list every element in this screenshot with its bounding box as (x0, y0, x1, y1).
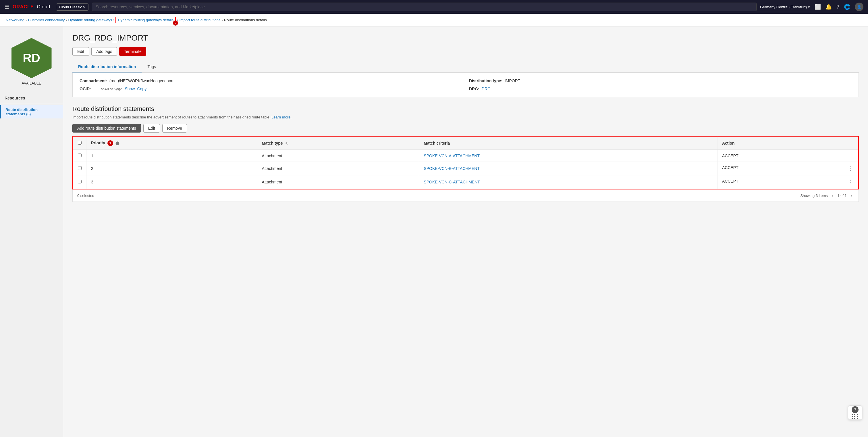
cloud-classic-button[interactable]: Cloud Classic > (56, 3, 89, 11)
action-header-label: Action (722, 141, 735, 145)
avatar[interactable]: 👤 (855, 3, 863, 11)
table-remove-button[interactable]: Remove (162, 124, 187, 133)
learn-more-link[interactable]: Learn more (272, 115, 290, 119)
row-1-priority: 1 (87, 150, 257, 162)
globe-icon[interactable]: 🌐 (844, 4, 850, 10)
top-nav: ☰ ORACLE Cloud Cloud Classic > Germany C… (0, 0, 868, 14)
resource-icon: RD (11, 38, 52, 78)
table-header: Priority 1 ⬤ Match type ↖ Match criteria (73, 137, 858, 150)
priority-header-label: Priority (91, 141, 105, 145)
row-3-checkbox[interactable] (78, 180, 82, 183)
row-2-checkbox-cell[interactable] (73, 162, 87, 175)
table-footer: 0 selected Showing 3 items ‹ 1 of 1 › (72, 190, 859, 202)
monitor-icon[interactable]: ⬜ (814, 4, 821, 10)
action-header: Action (717, 137, 858, 150)
tab-route-distribution-info[interactable]: Route distribution information (72, 61, 142, 72)
ocid-row: OCID: ...7d4u7a6ygq Show Copy (80, 87, 462, 91)
tab-tags[interactable]: Tags (142, 61, 162, 72)
resources-title: Resources (0, 91, 63, 103)
compartment-row: Compartment: (root)/NETWORK/IwanHoogendo… (80, 79, 462, 83)
region-selector[interactable]: Germany Central (Frankfurt) ▾ (760, 5, 810, 9)
hamburger-icon[interactable]: ☰ (5, 4, 9, 10)
drg-label: DRG: (469, 87, 479, 91)
region-label: Germany Central (Frankfurt) (760, 5, 807, 9)
compartment-value: (root)/NETWORK/IwanHoogendoorn (110, 79, 175, 83)
table-header-row: Priority 1 ⬤ Match type ↖ Match criteria (73, 137, 858, 150)
drg-row: DRG: DRG (469, 87, 851, 91)
main-layout: RD AVAILABLE Resources Route distributio… (0, 26, 868, 437)
dot-7 (851, 418, 853, 419)
cursor-icon: ↖ (285, 141, 288, 145)
row-3-action: ACCEPT ⋮ (717, 175, 858, 189)
ocid-value: ...7d4u7a6ygq (93, 87, 123, 91)
add-tags-button[interactable]: Add tags (91, 47, 117, 56)
sidebar-item-route-distribution-statements[interactable]: Route distribution statements (3) (0, 105, 63, 118)
breadcrumb-customer-connectivity[interactable]: Customer connectivity (28, 18, 65, 22)
distribution-type-label: Distribution type: (469, 79, 502, 83)
row-1-action: ACCEPT (717, 150, 858, 162)
dot-8 (854, 418, 855, 419)
main-content: DRG_RDG_IMPORT Edit Add tags Terminate R… (63, 26, 868, 437)
region-chevron-icon: ▾ (808, 5, 810, 9)
dot-4 (851, 416, 853, 417)
table-row: 1 Attachment SPOKE-VCN-A-ATTACHMENT ACCE… (73, 150, 858, 162)
next-page-button[interactable]: › (849, 192, 854, 199)
info-panel: Compartment: (root)/NETWORK/IwanHoogendo… (72, 72, 859, 97)
breadcrumb-dynamic-routing-gateways[interactable]: Dynamic routing gateways (68, 18, 112, 22)
select-all-checkbox[interactable] (78, 141, 82, 145)
edit-button[interactable]: Edit (72, 47, 89, 56)
row-2-dots-menu[interactable]: ⋮ (848, 165, 854, 172)
sidebar-divider (0, 104, 63, 104)
add-route-distribution-button[interactable]: Add route distribution statements (72, 124, 141, 133)
breadcrumb-current: Route distributions details (224, 18, 267, 22)
search-input[interactable] (92, 3, 756, 11)
page-title: DRG_RDG_IMPORT (72, 33, 859, 42)
row-3-checkbox-cell[interactable] (73, 175, 87, 189)
action-buttons: Edit Add tags Terminate (72, 47, 859, 56)
row-3-match-criteria-link[interactable]: SPOKE-VCN-C-ATTACHMENT (424, 180, 480, 184)
ocid-copy-link[interactable]: Copy (137, 87, 147, 91)
dot-5 (854, 416, 855, 417)
row-2-action: ACCEPT ⋮ (717, 162, 858, 175)
drg-link[interactable]: DRG (482, 87, 491, 91)
row-3-dots-menu[interactable]: ⋮ (848, 179, 854, 185)
ocid-show-link[interactable]: Show (125, 87, 135, 91)
table-edit-button[interactable]: Edit (143, 124, 160, 133)
breadcrumb-sep-2: › (66, 18, 67, 22)
row-1-action-value: ACCEPT (722, 153, 739, 158)
help-button[interactable]: ? (848, 405, 862, 420)
route-distribution-table: Priority 1 ⬤ Match type ↖ Match criteria (73, 137, 858, 189)
breadcrumb-badge: 2 (173, 21, 178, 26)
oracle-logo: ORACLE Cloud (13, 4, 50, 9)
breadcrumb-networking[interactable]: Networking (6, 18, 24, 22)
cloud-text: Cloud (37, 4, 50, 9)
table-body: 1 Attachment SPOKE-VCN-A-ATTACHMENT ACCE… (73, 150, 858, 189)
row-1-checkbox[interactable] (78, 153, 82, 157)
resource-icon-text: RD (23, 51, 40, 65)
breadcrumb-import-route[interactable]: Import route distributions (179, 18, 220, 22)
statements-description: Import route distribution statements des… (72, 115, 859, 119)
breadcrumb-drg-details[interactable]: Dynamic routing gateways details (118, 18, 174, 22)
select-all-header[interactable] (73, 137, 87, 150)
row-1-checkbox-cell[interactable] (73, 150, 87, 162)
info-grid: Compartment: (root)/NETWORK/IwanHoogendo… (80, 79, 851, 91)
status-label: AVAILABLE (22, 81, 41, 85)
sidebar-icon-area: RD AVAILABLE (0, 32, 63, 91)
row-3-match-criteria: SPOKE-VCN-C-ATTACHMENT (419, 175, 717, 189)
breadcrumb-sep-1: › (26, 18, 27, 22)
row-2-match-criteria: SPOKE-VCN-B-ATTACHMENT (419, 162, 717, 175)
distribution-type-value: IMPORT (505, 79, 520, 83)
ocid-label: OCID: (80, 87, 91, 91)
breadcrumb-sep-5: › (222, 18, 223, 22)
terminate-button[interactable]: Terminate (119, 47, 146, 56)
bell-icon[interactable]: 🔔 (826, 4, 832, 10)
table-highlight-wrapper: Priority 1 ⬤ Match type ↖ Match criteria (72, 136, 859, 190)
row-2-match-criteria-link[interactable]: SPOKE-VCN-B-ATTACHMENT (424, 166, 480, 171)
row-1-match-criteria-link[interactable]: SPOKE-VCN-A-ATTACHMENT (424, 153, 480, 158)
sort-icon[interactable]: ⬤ (116, 141, 119, 145)
question-icon[interactable]: ? (836, 4, 839, 10)
row-2-checkbox[interactable] (78, 166, 82, 170)
row-3-priority: 3 (87, 175, 257, 189)
prev-page-button[interactable]: ‹ (830, 192, 835, 199)
page-number: 1 of 1 (837, 194, 847, 198)
